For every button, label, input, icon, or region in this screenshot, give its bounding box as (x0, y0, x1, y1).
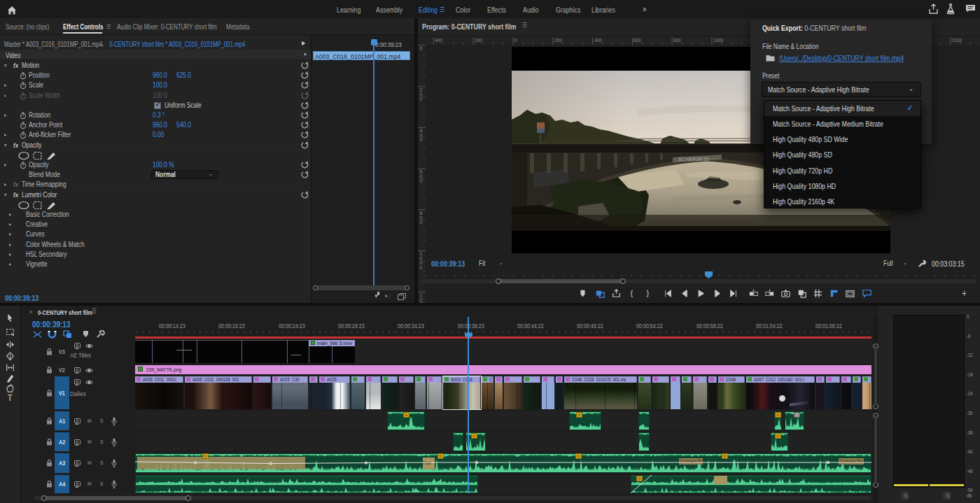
svg-text:SC-HERUR 25: SC-HERUR 25 (678, 157, 709, 162)
svg-text:B: B (76, 482, 78, 486)
svg-text:B: B (76, 461, 78, 465)
svg-text:B: B (76, 419, 78, 423)
svg-text:B: B (76, 380, 78, 384)
svg-text:}: } (646, 289, 649, 297)
svg-text:{: { (630, 289, 633, 297)
svg-text:B: B (76, 368, 78, 372)
svg-text:T: T (8, 393, 13, 402)
svg-text:B: B (76, 440, 78, 444)
svg-text:B: B (76, 343, 78, 348)
